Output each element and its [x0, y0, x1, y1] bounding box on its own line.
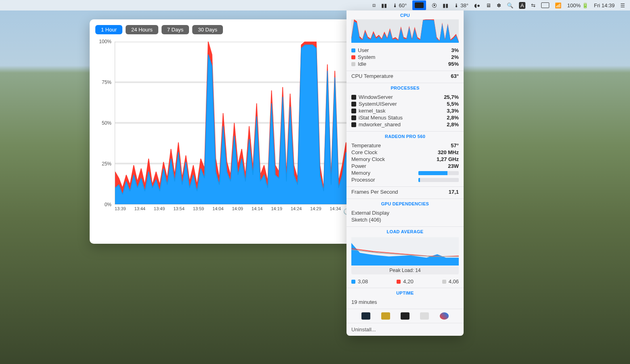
gpu-dep-item: Sketch (406)	[351, 216, 459, 223]
x-tick: 14:29	[310, 206, 321, 215]
bluetooth-icon[interactable]: ✽	[497, 2, 501, 8]
spotlight-icon[interactable]: 🔍	[507, 2, 513, 8]
gpu-stat-value: 23W	[448, 163, 459, 169]
gpu-stat-row: Power23W	[351, 163, 459, 169]
process-name: iStat Menus Status	[359, 115, 447, 121]
tab-cpu-icon[interactable]	[361, 312, 370, 320]
load-1m: 3,08	[351, 278, 368, 285]
section-title-cpu: CPU	[346, 10, 464, 19]
gpu-stat-label: Power	[351, 163, 366, 169]
process-row[interactable]: SystemUIServer5,5%	[351, 100, 459, 107]
x-tick: 14:09	[232, 206, 243, 215]
gpu-stat-row: Core Clock320 MHz	[351, 149, 459, 156]
section-title-gpu-deps: GPU DEPENDENCIES	[346, 199, 464, 208]
cpu-temperature-row[interactable]: CPU Temperature63°	[351, 73, 459, 79]
segment-7-days[interactable]: 7 Days	[162, 25, 189, 34]
gpu-stat-label: Processor	[351, 177, 375, 183]
plot-area	[115, 42, 350, 205]
process-row[interactable]: iStat Menus Status2,8%	[351, 114, 459, 121]
temp-indicator-1[interactable]: 🌡60°	[393, 2, 407, 8]
uptime-value: 19 minutes	[351, 299, 459, 305]
cpu-menubar-item-selected[interactable]	[412, 0, 426, 10]
cpu-legend: User3% System2% Idle95%	[346, 45, 464, 71]
cpu-mini-chart[interactable]	[351, 19, 459, 43]
x-axis: 13:3913:4413:4913:5413:5914:0414:0914:14…	[115, 206, 341, 215]
uninstall-button[interactable]: Uninstall...	[346, 323, 464, 336]
temp-indicator-2[interactable]: 🌡38°	[454, 2, 468, 8]
gpu-usage-bar	[418, 178, 459, 182]
tab-sensors-icon[interactable]	[440, 312, 449, 320]
fps-row[interactable]: Frames Per Second17,1	[351, 188, 459, 195]
legend-idle: Idle95%	[351, 61, 459, 67]
legend-user: User3%	[351, 47, 459, 54]
cpu-chart: 100% 75% 50% 25% 0% 13:3913:4413:4913:54…	[95, 42, 352, 215]
process-list: WindowServer25,7%SystemUIServer5,5%kerne…	[346, 92, 464, 131]
input-source-icon[interactable]: A	[519, 2, 526, 9]
load-average-chart[interactable]	[351, 237, 459, 266]
footer-tabs	[346, 309, 464, 323]
wifi-icon[interactable]: 📶	[555, 2, 561, 8]
tab-network-icon[interactable]	[420, 312, 429, 320]
gpu-stats: Temperature57°Core Clock320 MHzMemory Cl…	[346, 140, 464, 186]
gpu-stat-value: 320 MHz	[438, 149, 459, 155]
app-icon	[351, 115, 356, 120]
clock[interactable]: Fri 14:39	[594, 2, 615, 8]
load-values: 3,08 4,20 4,06	[346, 277, 464, 288]
x-tick: 14:24	[291, 206, 302, 215]
process-row[interactable]: mdworker_shared2,8%	[351, 121, 459, 128]
battery-box-icon[interactable]	[541, 2, 549, 8]
sync-icon[interactable]: ⇆	[531, 2, 536, 8]
section-title-load: LOAD AVERAGE	[346, 227, 464, 236]
segment-30-days[interactable]: 30 Days	[192, 25, 223, 34]
gpu-stat-label: Memory Clock	[351, 156, 385, 162]
segment-1-hour[interactable]: 1 Hour	[95, 25, 122, 34]
x-tick: 14:34	[330, 206, 341, 215]
record-icon[interactable]: ⦿	[432, 2, 437, 8]
dropbox-icon[interactable]: ⧈	[372, 2, 376, 8]
gpu-dependencies: External Display Sketch (406)	[346, 208, 464, 226]
process-row[interactable]: WindowServer25,7%	[351, 94, 459, 100]
gpu-dep-item: External Display	[351, 209, 459, 216]
process-name: kernel_task	[359, 108, 447, 114]
gpu-stat-row: Temperature57°	[351, 142, 459, 149]
cpu-history-window: 1 Hour 24 Hours 7 Days 30 Days 100% 75% …	[90, 19, 358, 244]
process-cpu: 2,8%	[447, 121, 459, 128]
gpu-stat-value: 57°	[451, 142, 459, 149]
menu-extras-icon[interactable]: ☰	[620, 2, 625, 8]
disk-icon[interactable]: ▮▮	[381, 2, 387, 8]
process-name: SystemUIServer	[359, 101, 447, 107]
load-5m: 4,20	[397, 278, 413, 285]
app-icon	[351, 95, 356, 100]
gpu-stat-row: Memory	[351, 169, 459, 176]
x-tick: 14:04	[212, 206, 224, 215]
svg-marker-5	[115, 45, 350, 204]
gpu-usage-bar	[418, 171, 459, 175]
process-name: mdworker_shared	[359, 121, 447, 128]
section-title-processes: PROCESSES	[346, 83, 464, 92]
process-row[interactable]: kernel_task3,3%	[351, 107, 459, 114]
time-range-segmented-control: 1 Hour 24 Hours 7 Days 30 Days	[95, 25, 352, 34]
gpu-stat-value: 1,27 GHz	[437, 156, 459, 162]
legend-system: System2%	[351, 54, 459, 61]
load-peak-label: Peak Load: 14	[351, 266, 459, 274]
gpu-stat-label: Core Clock	[351, 149, 377, 155]
tab-memory-icon[interactable]	[381, 312, 390, 320]
toggle-icon[interactable]: ◖●	[474, 2, 480, 8]
x-tick: 13:59	[193, 206, 204, 215]
segment-24-hours[interactable]: 24 Hours	[126, 25, 158, 34]
status-bars-icon[interactable]: ▮▮	[443, 2, 448, 8]
process-cpu: 25,7%	[444, 94, 459, 100]
gpu-stat-row: Processor	[351, 176, 459, 183]
gpu-stat-row: Memory Clock1,27 GHz	[351, 156, 459, 163]
tab-disk-icon[interactable]	[401, 312, 410, 320]
x-tick: 14:19	[271, 206, 282, 215]
app-icon	[351, 122, 356, 127]
battery-percent[interactable]: 100% 🔋	[567, 2, 588, 8]
x-tick: 13:54	[173, 206, 185, 215]
x-tick: 13:49	[154, 206, 165, 215]
process-cpu: 2,8%	[447, 115, 459, 121]
process-cpu: 3,3%	[447, 108, 459, 114]
display-icon[interactable]: 🖥	[486, 2, 491, 8]
x-tick: 13:44	[134, 206, 145, 215]
section-title-uptime: UPTIME	[346, 288, 464, 297]
